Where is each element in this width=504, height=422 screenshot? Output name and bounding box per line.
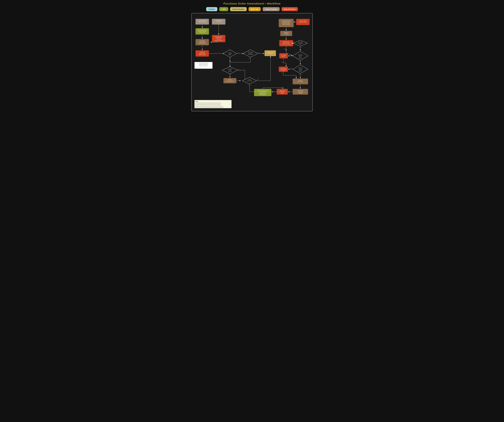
svg-text:only one in the route log.: only one in the route log.	[199, 65, 208, 66]
svg-text:an Order: an Order	[217, 21, 220, 22]
svg-text:Budget reviewer: Budget reviewer	[283, 41, 289, 42]
svg-text:required?: required?	[228, 71, 232, 72]
svg-text:Routes to: Routes to	[228, 79, 232, 80]
legend-batch: Batch Job	[248, 7, 261, 11]
svg-text:flow for next steps): flow for next steps)	[282, 24, 290, 25]
svg-text:have C&G: have C&G	[249, 53, 252, 54]
svg-text:NO: NO	[284, 48, 285, 49]
svg-text:initiator selects: initiator selects	[216, 37, 222, 38]
svg-text:Requisition (REQS): Requisition (REQS)	[215, 36, 222, 37]
svg-text:transaction: transaction	[298, 68, 302, 69]
page-title: Purchase Order Amendment • Workflow	[191, 2, 313, 5]
svg-text:(RCVL) e-doc: (RCVL) e-doc	[199, 32, 205, 33]
svg-text:Tax manager: Tax manager	[281, 54, 286, 55]
svg-text:funds?: funds?	[299, 44, 301, 45]
page-wrapper: Purchase Order Amendment • Workflow Inte…	[191, 2, 313, 111]
svg-text:Routes to C&G: Routes to C&G	[267, 52, 273, 53]
svg-text:eInvoice: eInvoice	[281, 93, 284, 94]
legend-edoc: e-doc	[219, 7, 228, 11]
legend-system: System Function	[263, 7, 280, 11]
svg-text:PO created: PO created	[284, 34, 288, 35]
svg-text:added when initiator is the: added when initiator is the	[199, 64, 208, 65]
svg-text:approves (budget: approves (budget	[283, 42, 289, 43]
svg-text:authority: authority	[299, 70, 302, 71]
svg-text:NO: NO	[281, 72, 282, 73]
svg-text:Unapproved: Unapproved	[284, 32, 288, 33]
svg-text:Separation of duty reviewer: Separation of duty reviewer	[199, 63, 208, 64]
svg-text:Is order: Is order	[228, 52, 231, 53]
svg-text:nonresident: nonresident	[298, 55, 302, 56]
svg-text:Amend on: Amend on	[217, 39, 221, 40]
svg-text:Amendment (POA): Amendment (POA)	[198, 43, 206, 44]
svg-text:NO: NO	[238, 69, 239, 70]
svg-text:becomes Open: becomes Open	[297, 81, 303, 82]
svg-text:ment (see PO work-: ment (see PO work-	[282, 23, 290, 24]
svg-text:commodity reviewer: commodity reviewer	[226, 81, 234, 82]
svg-text:YES: YES	[258, 52, 259, 53]
svg-text:required to add the account (a: required to add the account (and it will…	[195, 104, 221, 105]
svg-text:Organizational: Organizational	[281, 68, 286, 69]
svg-text:approves; adds: approves; adds	[199, 53, 205, 54]
svg-text:YES: YES	[290, 68, 292, 69]
svg-text:Purchase Order: Purchase Order	[199, 42, 205, 42]
svg-text:PO status: PO status	[298, 80, 302, 81]
svg-text:processor: processor	[268, 53, 272, 54]
svg-text:YES: YES	[290, 42, 292, 42]
legend-interface: Interface	[206, 7, 217, 11]
legend-manual: Manual Process	[282, 7, 298, 11]
svg-text:If a fiscal officer (FO) creat: If a fiscal officer (FO) creates a POA u…	[195, 102, 221, 103]
svg-text:created (requires: created (requires	[259, 91, 266, 93]
svg-text:Is PO to a: Is PO to a	[299, 54, 302, 55]
svg-text:Pending CM Assign-: Pending CM Assign-	[282, 22, 290, 23]
svg-text:responsibility?: responsibility?	[248, 54, 253, 55]
svg-text:review: review	[229, 70, 231, 71]
svg-text:account numbers: account numbers	[199, 54, 205, 55]
svg-text:Is order: Is order	[248, 79, 251, 80]
svg-text:POAs from unordered items will: POAs from unordered items will route to …	[195, 106, 222, 106]
svg-text:Fiscal officer: Fiscal officer	[200, 52, 205, 53]
svg-text:authority): authority)	[282, 70, 285, 71]
svg-text:NO: NO	[282, 62, 283, 63]
svg-text:Is PO over: Is PO over	[299, 67, 302, 68]
svg-text:When Unordered: When Unordered	[199, 20, 206, 21]
svg-text:When Changing: When Changing	[215, 20, 222, 21]
svg-text:Notes:: Notes:	[195, 101, 198, 102]
svg-text:approves: approves	[282, 56, 285, 57]
svg-rect-15	[212, 35, 225, 42]
svg-text:employee?: employee?	[298, 58, 302, 59]
svg-text:vendor through: vendor through	[297, 91, 303, 93]
svg-text:KFS creates: KFS creates	[200, 40, 204, 41]
svg-text:Payment Request (PREQ): Payment Request (PREQ)	[258, 90, 268, 91]
svg-text:invoice or: invoice or	[280, 91, 284, 93]
svg-text:Contract manager: Contract manager	[299, 20, 306, 21]
svg-text:YES: YES	[257, 79, 258, 80]
svg-text:Receiver adds items to: Receiver adds items to	[198, 30, 207, 30]
svg-text:NO: NO	[249, 58, 250, 59]
svg-text:Vendor sends: Vendor sends	[280, 90, 285, 91]
svg-text:$5000?: $5000?	[228, 54, 231, 55]
svg-text:assigns and submits: assigns and submits	[299, 22, 307, 23]
svg-text:over $10,000?: over $10,000?	[247, 80, 252, 81]
svg-text:File created for: File created for	[297, 90, 303, 91]
svg-text:NO: NO	[238, 52, 239, 53]
svg-text:less than: less than	[228, 53, 232, 54]
workflow-diagram: When Unordered Items are Received When C…	[193, 16, 311, 108]
svg-text:approval based on: approval based on	[259, 93, 266, 94]
svg-text:PO created with status: PO created with status	[282, 20, 290, 21]
svg-text:SciQuest: SciQuest	[299, 93, 302, 94]
diagram-outer: When Unordered Items are Received When C…	[191, 13, 313, 111]
svg-text:alien or: alien or	[299, 56, 301, 57]
svg-text:Items are Received: Items are Received	[198, 21, 206, 22]
svg-text:Line-Item Receiving: Line-Item Receiving	[198, 31, 206, 32]
svg-text:Purchase Order (PO): Purchase Order (PO)	[215, 40, 223, 41]
svg-text:have insufficient: have insufficient	[298, 43, 303, 44]
legend: Interface e-doc External System Batch Jo…	[191, 7, 313, 11]
svg-text:review (transaction: review (transaction	[280, 69, 287, 70]
svg-text:Does account: Does account	[248, 52, 253, 53]
svg-text:line item. The FO will be requ: line item. The FO will be required to ad…	[195, 107, 223, 107]
svg-text:Do accounts: Do accounts	[298, 42, 302, 42]
svg-text:amount?: amount?	[299, 71, 302, 72]
svg-text:review is under analysis): review is under analysis)	[282, 44, 291, 45]
svg-text:approval limits): approval limits)	[260, 94, 266, 95]
legend-external: External System	[230, 7, 247, 11]
